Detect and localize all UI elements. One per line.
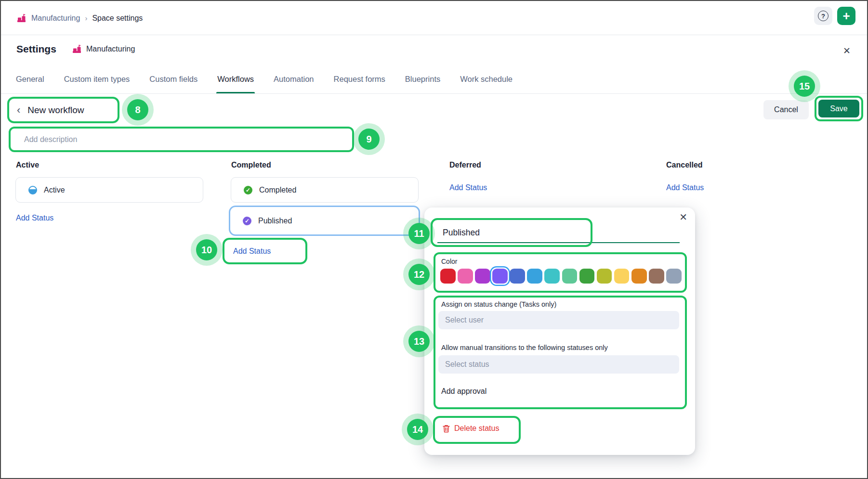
tab-general[interactable]: General [16,65,44,93]
column-title-completed: Completed [231,161,271,169]
help-button[interactable]: ? [814,7,832,25]
back-chevron-icon[interactable]: ‹ [17,105,20,116]
tab-blueprints[interactable]: Blueprints [405,65,440,93]
status-label: Completed [259,186,296,194]
page-title: Settings [16,43,56,55]
tab-request-forms[interactable]: Request forms [334,65,385,93]
plus-icon: + [842,10,850,22]
workflow-name-box[interactable]: ‹ New workflow [7,97,119,123]
annotation-badge-15: 15 [794,76,815,97]
color-swatch[interactable] [649,269,664,284]
cancel-button[interactable]: Cancel [763,100,809,119]
space-settings-window: Manufacturing › Space settings ? + Setti… [0,0,868,479]
add-status-link-active[interactable]: Add Status [16,214,53,222]
annotation-badge-13: 13 [408,331,430,352]
color-swatch[interactable] [527,269,542,284]
add-status-highlight-completed: Add Status [223,238,307,264]
color-swatch[interactable] [440,269,456,284]
manual-transitions-label: Allow manual transitions to the followin… [441,344,608,351]
space-chip-label: Manufacturing [86,45,135,53]
breadcrumb-current-page: Space settings [92,14,143,23]
color-swatch[interactable] [666,269,682,284]
settings-close-icon[interactable]: ✕ [843,45,851,56]
color-swatch[interactable] [562,269,578,284]
trash-icon [443,425,450,433]
add-button[interactable]: + [837,7,855,25]
color-swatch[interactable] [614,269,630,284]
add-status-link-deferred[interactable]: Add Status [449,183,487,192]
active-status-icon [28,186,37,194]
check-circle-icon: ✓ [244,186,252,194]
color-swatch[interactable] [475,269,490,284]
annotation-badge-8: 8 [127,99,148,120]
color-swatch[interactable] [597,269,612,284]
breadcrumb-separator: › [85,14,87,22]
color-swatch[interactable] [458,269,473,284]
popup-close-icon[interactable]: ✕ [679,211,687,223]
space-chip: Manufacturing [72,44,135,54]
status-name-input[interactable]: Published [437,223,680,243]
delete-status-label: Delete status [454,424,499,433]
assign-on-status-change-label: Assign on status change (Tasks only) [441,300,556,308]
annotation-badge-10: 10 [196,239,217,260]
topbar-actions: ? + [814,7,855,25]
description-placeholder: Add description [24,135,77,144]
status-card-active[interactable]: Active [15,177,203,203]
color-swatch[interactable] [579,269,595,284]
status-card-published-selected[interactable]: ✓ Published [229,206,420,236]
check-circle-icon: ✓ [243,217,251,225]
question-mark-icon: ? [818,11,829,21]
color-swatch[interactable] [492,269,508,284]
tab-custom-fields[interactable]: Custom fields [149,65,197,93]
add-approval-link[interactable]: Add approval [441,387,487,396]
add-status-link-cancelled[interactable]: Add Status [666,183,704,192]
save-button-highlight: Save [815,96,863,121]
workflow-name-label: New workflow [27,105,84,116]
color-swatch-row [440,269,682,284]
color-swatch[interactable] [510,269,525,284]
select-user-input[interactable]: Select user [438,311,679,329]
add-status-link-completed[interactable]: Add Status [233,247,271,256]
description-input[interactable]: Add description [9,127,354,152]
tab-custom-item-types[interactable]: Custom item types [64,65,130,93]
annotation-badge-12: 12 [408,264,430,285]
top-bar: Manufacturing › Space settings ? + [1,1,867,35]
status-card-completed[interactable]: ✓ Completed [231,177,419,203]
color-swatch[interactable] [544,269,560,284]
column-title-deferred: Deferred [449,161,481,169]
breadcrumb: Manufacturing › Space settings [17,1,143,35]
annotation-badge-9: 9 [358,129,380,150]
save-button[interactable]: Save [818,100,859,117]
tab-work-schedule[interactable]: Work schedule [460,65,513,93]
status-label: Published [258,217,292,225]
breadcrumb-space-link[interactable]: Manufacturing [31,14,80,23]
manufacturing-space-icon [17,13,26,23]
select-status-input[interactable]: Select status [438,355,679,374]
tab-automation[interactable]: Automation [274,65,314,93]
annotation-badge-11: 11 [408,223,430,244]
delete-status-button[interactable]: Delete status [443,424,499,433]
column-title-cancelled: Cancelled [666,161,703,169]
color-swatch[interactable] [631,269,647,284]
column-title-active: Active [16,161,39,169]
tab-workflows[interactable]: Workflows [217,65,254,93]
status-label: Active [44,186,65,194]
color-section-label: Color [441,258,457,265]
manufacturing-space-icon [72,44,82,54]
status-editor-popup: ✕ Published Color Assign on status chang… [424,207,695,455]
annotation-badge-14: 14 [407,419,428,440]
tabs: GeneralCustom item typesCustom fieldsWor… [1,65,867,94]
